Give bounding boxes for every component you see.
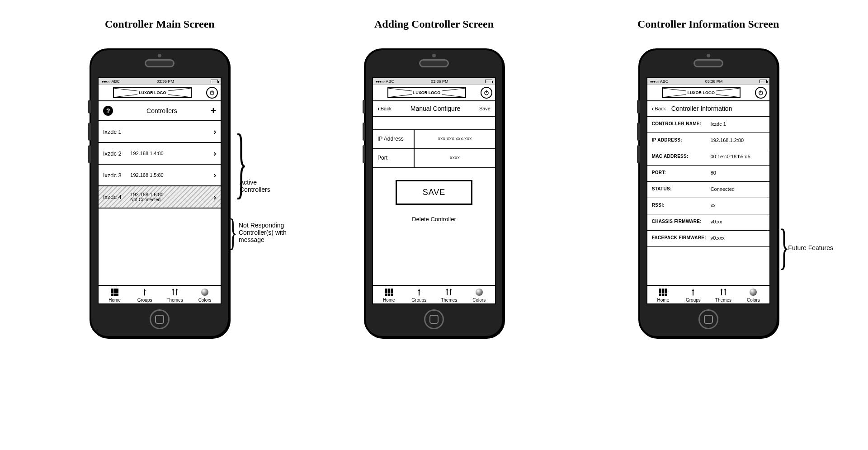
- power-icon: [209, 90, 215, 96]
- phone-frame: ●●●○○ ABC 03:36 PM LUXOR LOGO: [90, 48, 230, 338]
- groups-icon: [140, 288, 149, 297]
- signal-icon: ●●●○○: [376, 80, 384, 84]
- power-icon: [483, 90, 490, 96]
- power-button[interactable]: [755, 87, 767, 99]
- controller-row-disconnected[interactable]: lxzdc 4 192.168.1.6:80 Not Connected ›: [99, 186, 221, 208]
- signal-icon: ●●●○○: [101, 80, 110, 84]
- caption-info: Controller Information Screen: [637, 18, 779, 30]
- add-controller-button[interactable]: +: [210, 105, 216, 117]
- controller-ip: 192.168.1.6:80: [130, 192, 163, 197]
- power-button[interactable]: [481, 87, 492, 99]
- battery-icon: [760, 80, 767, 83]
- phone-home-button[interactable]: [424, 309, 444, 329]
- tab-themes[interactable]: Themes: [434, 288, 464, 303]
- logo-row: LUXOR LOGO: [373, 85, 495, 101]
- page-title: Controller Information: [671, 105, 732, 112]
- logo-placeholder: LUXOR LOGO: [113, 87, 192, 98]
- nav-row: ‹ Back Controller Information: [647, 101, 769, 117]
- form-row-port: Port xxxx: [373, 149, 495, 168]
- info-row-chassis: CHASSIS FIRMWARE: v0.xx: [647, 214, 769, 231]
- annotation-active: Active Controllers: [240, 179, 270, 193]
- chevron-right-icon: ›: [213, 127, 216, 137]
- form-row-ip: IP Address xxx.xxx.xxx.xxx: [373, 130, 495, 149]
- back-button[interactable]: ‹ Back: [377, 105, 392, 112]
- port-label: Port: [373, 149, 415, 167]
- controller-status: Not Connected: [130, 197, 163, 202]
- help-button[interactable]: ?: [103, 106, 113, 116]
- chevron-right-icon: ›: [213, 171, 216, 180]
- clock-label: 03:36 PM: [705, 79, 723, 84]
- caption-adding: Adding Controller Screen: [374, 18, 494, 30]
- tab-themes[interactable]: Themes: [160, 288, 190, 303]
- port-input[interactable]: xxxx: [415, 149, 495, 167]
- colors-icon: [749, 288, 758, 297]
- tab-groups[interactable]: Groups: [404, 288, 434, 303]
- info-row-rssi: RSSI: xx: [647, 198, 769, 214]
- logo-row: LUXOR LOGO: [647, 85, 769, 101]
- annotation-not-responding: Not Responding Controller(s) with messag…: [239, 222, 287, 243]
- logo-placeholder: LUXOR LOGO: [387, 87, 466, 98]
- tab-bar: Home Groups Themes Colors: [647, 285, 769, 303]
- ip-label: IP Address: [373, 130, 415, 148]
- clock-label: 03:36 PM: [431, 79, 448, 84]
- home-grid-icon: [110, 288, 119, 297]
- save-link[interactable]: Save: [479, 106, 491, 111]
- colors-icon: [200, 288, 209, 297]
- info-list: CONTROLLER NAME: lxzdc 1 IP ADDRESS: 192…: [647, 117, 769, 285]
- ip-input[interactable]: xxx.xxx.xxx.xxx: [415, 130, 495, 148]
- screen-block-adding: Adding Controller Screen ●●●○○ ABC 03:36…: [311, 18, 558, 338]
- controller-ip: 192.168.1.5:80: [130, 172, 163, 178]
- back-button[interactable]: ‹ Back: [652, 105, 666, 112]
- phone-frame: ●●●○○ ABC 03:36 PM LUXOR LOGO: [364, 48, 504, 338]
- themes-icon: [719, 288, 728, 297]
- info-row-facepack: FACEPACK FIRMWARE: v0.xxx: [647, 231, 769, 247]
- annotation-future: Future Features: [788, 244, 833, 251]
- themes-icon: [170, 288, 179, 297]
- info-row-port: PORT: 80: [647, 166, 769, 182]
- tab-home[interactable]: Home: [99, 288, 130, 303]
- tab-groups[interactable]: Groups: [678, 288, 708, 303]
- tab-colors[interactable]: Colors: [738, 288, 769, 303]
- tab-bar: Home Groups Themes Colors: [99, 285, 221, 303]
- phone-frame: ●●●○○ ABC 03:36 PM LUXOR LOGO: [638, 48, 778, 338]
- groups-icon: [415, 288, 424, 297]
- tab-groups[interactable]: Groups: [130, 288, 160, 303]
- groups-icon: [689, 288, 698, 297]
- info-row-ip: IP ADDRESS: 192.168.1.2:80: [647, 133, 769, 149]
- carrier-label: ABC: [386, 79, 394, 84]
- save-button[interactable]: SAVE: [396, 180, 472, 205]
- carrier-label: ABC: [660, 79, 669, 84]
- controller-name: lxzdc 1: [103, 128, 130, 135]
- controller-row[interactable]: lxzdc 1 ›: [99, 121, 221, 143]
- phone-home-button[interactable]: [150, 309, 170, 329]
- controller-name: lxzdc 3: [103, 172, 130, 179]
- controller-ip: 192.168.1.4:80: [130, 151, 163, 156]
- logo-placeholder: LUXOR LOGO: [662, 87, 741, 98]
- tab-colors[interactable]: Colors: [464, 288, 495, 303]
- chevron-left-icon: ‹: [377, 105, 380, 112]
- tab-colors[interactable]: Colors: [190, 288, 220, 303]
- info-row-mac: MAC ADDRESS: 00:1e:c0:18:b5:d5: [647, 149, 769, 166]
- chevron-right-icon: ›: [213, 149, 216, 158]
- controller-row[interactable]: lxzdc 3 192.168.1.5:80 ›: [99, 165, 221, 186]
- carrier-label: ABC: [112, 79, 120, 84]
- controller-name: lxzdc 4: [103, 194, 130, 200]
- phone-home-button[interactable]: [698, 309, 718, 329]
- battery-icon: [211, 80, 218, 83]
- power-button[interactable]: [206, 87, 218, 99]
- themes-icon: [444, 288, 453, 297]
- tab-home[interactable]: Home: [648, 288, 679, 303]
- form-area: IP Address xxx.xxx.xxx.xxx Port xxxx SAV…: [373, 117, 495, 285]
- status-bar: ●●●○○ ABC 03:36 PM: [373, 78, 495, 85]
- home-grid-icon: [659, 288, 668, 297]
- tab-home[interactable]: Home: [374, 288, 404, 303]
- controller-list: lxzdc 1 › lxzdc 2 192.168.1.4:80 › lxzdc…: [99, 121, 221, 285]
- status-bar: ●●●○○ ABC 03:36 PM: [647, 78, 769, 85]
- chevron-left-icon: ‹: [652, 105, 654, 112]
- controller-name: lxzdc 2: [103, 150, 130, 157]
- delete-controller-link[interactable]: Delete Controller: [373, 209, 495, 229]
- tab-themes[interactable]: Themes: [708, 288, 739, 303]
- status-bar: ●●●○○ ABC 03:36 PM: [99, 78, 221, 85]
- controller-row[interactable]: lxzdc 2 192.168.1.4:80 ›: [99, 143, 221, 165]
- header-row: ? Controllers +: [99, 101, 221, 121]
